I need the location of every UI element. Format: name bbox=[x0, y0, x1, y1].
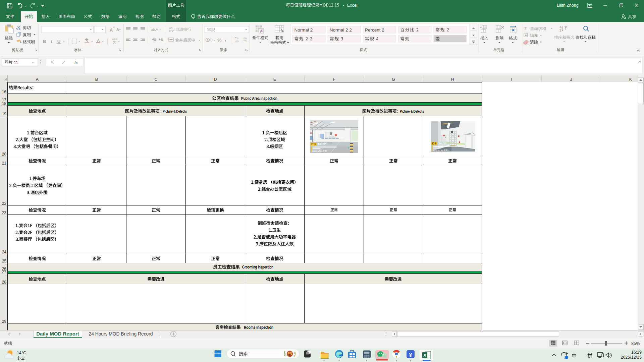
svg-text:11: 11 bbox=[14, 60, 18, 65]
svg-text:Z: Z bbox=[559, 29, 561, 32]
svg-text:28: 28 bbox=[2, 280, 7, 285]
svg-text:$: $ bbox=[207, 39, 209, 42]
svg-text:Grooming Inspection: Grooming Inspection bbox=[242, 264, 273, 269]
svg-text:23: 23 bbox=[2, 210, 7, 215]
svg-text:Normal 2: Normal 2 bbox=[294, 27, 313, 33]
svg-text:K: K bbox=[629, 77, 632, 82]
svg-text:Picture & Defects: Picture & Defects bbox=[400, 109, 424, 114]
svg-text:G: G bbox=[392, 77, 395, 82]
svg-text:Percent 2: Percent 2 bbox=[365, 27, 384, 33]
svg-text:.0: .0 bbox=[236, 37, 238, 40]
svg-text:%: % bbox=[217, 38, 221, 43]
svg-text:24 Hours MOD Briefing Record: 24 Hours MOD Briefing Record bbox=[89, 331, 153, 337]
svg-text:16:22: 16:22 bbox=[438, 141, 447, 145]
svg-text:I: I bbox=[51, 39, 52, 44]
svg-text:A: A bbox=[110, 27, 113, 33]
svg-text:D: D bbox=[214, 77, 217, 82]
svg-text:H: H bbox=[451, 77, 454, 82]
svg-text:.00: .00 bbox=[235, 40, 239, 43]
svg-text:fx: fx bbox=[74, 60, 78, 65]
svg-text:Lilith Zhong: Lilith Zhong bbox=[557, 3, 579, 8]
svg-text:Rooms Inspection: Rooms Inspection bbox=[244, 325, 273, 330]
svg-text:16:29: 16:29 bbox=[631, 350, 642, 355]
svg-text:A: A bbox=[36, 77, 39, 82]
svg-text:16:22: 16:22 bbox=[318, 142, 326, 146]
svg-text:Picture & Defects: Picture & Defects bbox=[163, 109, 187, 114]
svg-text:Normal 2 2: Normal 2 2 bbox=[330, 27, 352, 33]
svg-text:U: U bbox=[57, 39, 60, 44]
svg-text:Public Area Inspection: Public Area Inspection bbox=[241, 96, 277, 101]
svg-text:85%: 85% bbox=[631, 341, 640, 346]
svg-text:B: B bbox=[95, 77, 98, 82]
svg-text:22: 22 bbox=[2, 201, 7, 206]
svg-text:14°C: 14°C bbox=[17, 351, 26, 355]
svg-text:24: 24 bbox=[2, 250, 7, 254]
svg-text:C: C bbox=[154, 77, 157, 82]
svg-text:2025.12.15: 2025.12.15 bbox=[312, 150, 323, 152]
svg-text:Excel: Excel bbox=[347, 3, 358, 8]
svg-text:18: 18 bbox=[2, 101, 7, 106]
svg-text:I: I bbox=[511, 77, 512, 82]
svg-text:¥: ¥ bbox=[409, 352, 412, 358]
svg-text:27: 27 bbox=[2, 269, 7, 274]
svg-text:2025.12.15: 2025.12.15 bbox=[433, 149, 444, 152]
svg-text:F: F bbox=[333, 77, 335, 82]
svg-text:,: , bbox=[225, 36, 226, 42]
svg-text:A: A bbox=[116, 27, 119, 32]
svg-text:21: 21 bbox=[2, 161, 7, 166]
svg-text:16: 16 bbox=[2, 89, 7, 94]
svg-text:c: c bbox=[169, 29, 171, 33]
svg-text:29: 29 bbox=[2, 319, 7, 324]
svg-text:.00: .00 bbox=[243, 37, 247, 40]
svg-text:Daily MOD Report: Daily MOD Report bbox=[36, 331, 79, 337]
svg-text:B: B bbox=[43, 39, 46, 44]
svg-text:A: A bbox=[559, 25, 562, 29]
svg-text:J: J bbox=[570, 77, 572, 82]
svg-text:20: 20 bbox=[2, 152, 7, 157]
svg-text:19: 19 bbox=[2, 112, 7, 116]
svg-text:Σ: Σ bbox=[524, 26, 527, 31]
svg-text:ab: ab bbox=[151, 28, 155, 32]
svg-text:25: 25 bbox=[2, 259, 7, 263]
svg-text:E: E bbox=[273, 77, 276, 82]
svg-text:-: - bbox=[343, 3, 344, 8]
svg-text:2025/12/15: 2025/12/15 bbox=[621, 355, 642, 360]
svg-text:X: X bbox=[423, 353, 426, 358]
svg-text:A: A bbox=[97, 38, 100, 43]
svg-text:wén: wén bbox=[112, 38, 117, 41]
